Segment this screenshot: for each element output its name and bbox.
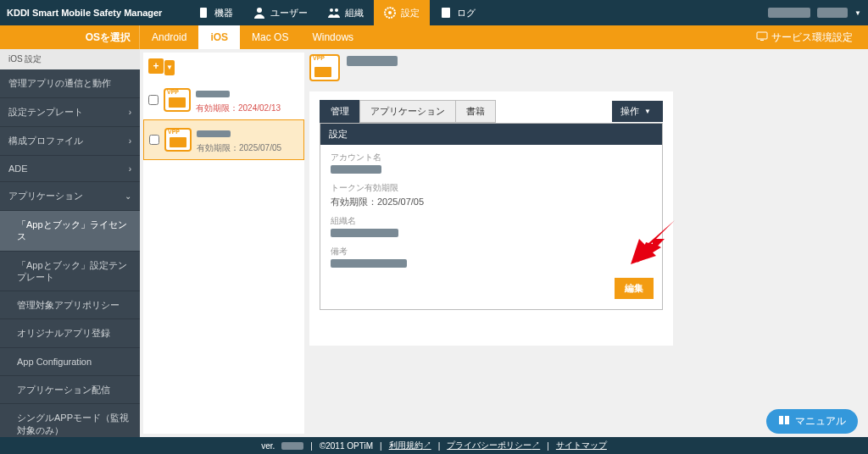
side-sub-policy[interactable]: 管理対象アプリポリシー	[0, 291, 140, 319]
monitor-icon	[756, 31, 768, 44]
org-value-mask	[331, 229, 398, 237]
chevron-down-icon: ▼	[644, 108, 651, 115]
detail-header	[309, 54, 673, 81]
side-sub-settemplate[interactable]: 「Appとブック」設定テンプレート	[0, 252, 140, 292]
side-item-apps[interactable]: アプリケーション⌄	[0, 182, 140, 211]
book-icon	[778, 415, 790, 428]
tab-logs[interactable]: ログ	[430, 0, 486, 25]
side-sub-distrib[interactable]: アプリケーション配信	[0, 376, 140, 404]
os-list: Android iOS Mac OS Windows	[140, 25, 365, 49]
cert-name-mask	[197, 130, 231, 137]
svg-point-5	[388, 11, 392, 14]
side-sub-original[interactable]: オリジナルアプリ登録	[0, 319, 140, 347]
cert-date-1: 有効期限：2024/02/13	[196, 102, 299, 114]
os-windows[interactable]: Windows	[300, 25, 365, 49]
os-android[interactable]: Android	[140, 25, 198, 49]
ver-mask	[281, 442, 303, 450]
brand-text: KDDI Smart Mobile Safety Manager	[7, 8, 162, 18]
field-token: トークン有効期限 有効期限：2025/07/05	[320, 175, 662, 208]
detail-card: 管理 アプリケーション 書籍 操作▼ 設定 アカウント名 トークン有効期限 有効…	[309, 91, 673, 346]
vpp-icon-large	[309, 54, 340, 81]
env-settings-link[interactable]: サービス環境設定	[756, 30, 868, 45]
cert-checkbox-2[interactable]	[149, 135, 159, 145]
user-mask	[817, 8, 848, 18]
side-item-template[interactable]: 設定テンプレート›	[0, 98, 140, 127]
svg-rect-0	[200, 8, 207, 18]
org-icon	[328, 7, 340, 19]
tab-admin[interactable]: 管理	[320, 100, 360, 123]
svg-point-1	[257, 8, 262, 13]
vpp-icon	[164, 128, 192, 152]
cert-name-mask	[196, 91, 230, 97]
detail-title-mask	[347, 56, 398, 66]
add-menu-chevron-icon[interactable]: ▼	[164, 60, 175, 75]
os-select-label: OSを選択	[0, 25, 140, 49]
field-account: アカウント名	[320, 145, 662, 175]
users-icon	[253, 7, 265, 19]
manual-button[interactable]: マニュアル	[766, 409, 858, 434]
add-button[interactable]: +	[148, 58, 164, 74]
top-right: ▼	[768, 8, 861, 18]
cert-checkbox-1[interactable]	[148, 95, 159, 105]
body-header: 設定	[320, 124, 662, 145]
tab-users[interactable]: ユーザー	[243, 0, 318, 25]
ops-button[interactable]: 操作▼	[612, 101, 663, 122]
detail-panel-wrap: 管理 アプリケーション 書籍 操作▼ 設定 アカウント名 トークン有効期限 有効…	[304, 49, 868, 437]
cert-date-2: 有効期限：2025/07/05	[197, 142, 298, 154]
cert-item-2[interactable]: 有効期限：2025/07/05	[143, 119, 304, 160]
side-item-ade[interactable]: ADE›	[0, 156, 140, 182]
detail-tabs-row: 管理 アプリケーション 書籍 操作▼	[320, 100, 663, 123]
side-sub-appconfig[interactable]: App Configuration	[0, 348, 140, 376]
sidebar: iOS 設定 管理アプリの通信と動作 設定テンプレート› 構成プロファイル› A…	[0, 49, 140, 437]
tab-apps[interactable]: アプリケーション	[359, 100, 456, 123]
side-sub-license[interactable]: 「Appとブック」ライセンス	[0, 211, 140, 252]
os-ios[interactable]: iOS	[198, 25, 240, 49]
side-item-comm[interactable]: 管理アプリの通信と動作	[0, 69, 140, 98]
log-icon	[440, 7, 452, 19]
user-menu-chevron-icon[interactable]: ▼	[854, 9, 861, 17]
footer-terms-link[interactable]: 利用規約↗	[389, 440, 431, 451]
footer: ver. | ©2011 OPTiM | 利用規約↗ | プライバシーポリシー↗…	[0, 437, 868, 454]
footer-sitemap-link[interactable]: サイトマップ	[556, 440, 607, 451]
cert-item-1[interactable]: 有効期限：2024/02/13	[143, 80, 304, 119]
footer-privacy-link[interactable]: プライバシーポリシー↗	[447, 440, 540, 451]
edit-button[interactable]: 編集	[615, 278, 654, 299]
vpp-icon	[164, 88, 191, 112]
svg-rect-6	[442, 8, 450, 18]
main-area: iOS 設定 管理アプリの通信と動作 設定テンプレート› 構成プロファイル› A…	[0, 49, 868, 437]
os-subbar: OSを選択 Android iOS Mac OS Windows サービス環境設…	[0, 25, 868, 49]
os-macos[interactable]: Mac OS	[240, 25, 300, 49]
note-value-mask	[331, 259, 407, 268]
devices-icon	[198, 7, 209, 19]
tab-settings[interactable]: 設定	[374, 0, 430, 25]
tenant-mask	[768, 8, 810, 18]
svg-point-3	[335, 8, 338, 12]
tab-org[interactable]: 組織	[318, 0, 374, 25]
account-value-mask	[331, 165, 381, 174]
sidebar-header: iOS 設定	[0, 49, 140, 69]
tab-books[interactable]: 書籍	[455, 100, 496, 123]
gear-icon	[384, 7, 396, 19]
field-note: 備考	[320, 239, 662, 269]
cert-list-panel: +▼ 有効期限：2024/02/13 有効期限：2025/07/05	[143, 53, 304, 434]
tab-devices[interactable]: 機器	[187, 0, 243, 25]
svg-point-2	[330, 8, 333, 12]
top-bar: KDDI Smart Mobile Safety Manager 機器 ユーザー…	[0, 0, 868, 25]
field-org: 組織名	[320, 208, 662, 239]
side-item-profile[interactable]: 構成プロファイル›	[0, 127, 140, 156]
svg-rect-7	[757, 32, 767, 39]
svg-rect-8	[760, 40, 764, 41]
top-tabs: 機器 ユーザー 組織 設定 ログ	[187, 0, 486, 25]
detail-body: 設定 アカウント名 トークン有効期限 有効期限：2025/07/05 組織名 備…	[320, 123, 663, 310]
